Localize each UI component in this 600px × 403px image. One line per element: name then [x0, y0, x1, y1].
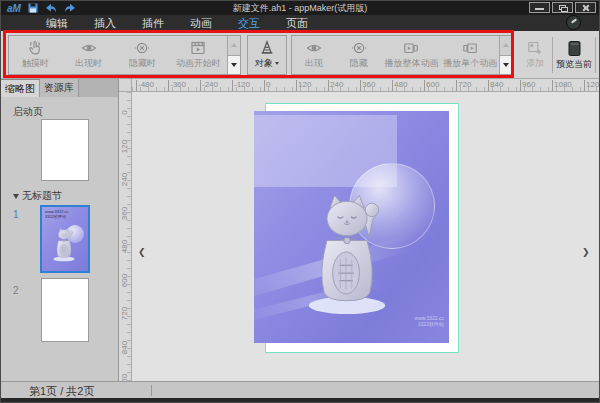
menu-tab-6[interactable]: 页面: [286, 16, 308, 31]
h-ruler-tick: 360: [360, 80, 375, 92]
cat-figurine-mini: [52, 225, 76, 263]
v-ruler-tick: 480: [120, 232, 129, 262]
startup-page-label: 启动页: [13, 105, 43, 119]
h-ruler-tick: 480: [392, 80, 407, 92]
poster-watermark: www.3322.cc3322软件站: [382, 315, 444, 327]
menu-tab-3[interactable]: 插件: [142, 16, 164, 31]
v-ruler-tick: 0: [120, 98, 129, 128]
menu-tab-2[interactable]: 插入: [94, 16, 116, 31]
close-button[interactable]: [575, 2, 596, 13]
group1-scroll-spinner: [227, 36, 240, 74]
page-1-thumbnail-image: www.3322.cc3322软件站: [42, 207, 88, 271]
arrow-down-icon: [231, 63, 237, 67]
window-controls: [529, 2, 596, 13]
ribbon-toolbar: 触摸时 出现时 隐藏时 动画开始时: [1, 31, 599, 79]
on-hide-button[interactable]: 隐藏时: [116, 36, 170, 74]
film-single-icon: [462, 40, 478, 56]
clapperboard-icon: [190, 40, 206, 56]
page-2-thumbnail[interactable]: [41, 278, 89, 342]
app-logo: aM: [7, 3, 21, 14]
window-bottom-edge: [1, 398, 599, 403]
window-title: 新建文件.ah1 - appMaker(试用版): [1, 2, 599, 15]
eye-icon: [306, 40, 322, 56]
h-ruler-tick: 600: [424, 80, 439, 92]
play-all-animation-button[interactable]: 播放整体动画: [382, 36, 442, 74]
minimize-icon: [535, 8, 544, 10]
h-ruler-tick: 840: [488, 80, 503, 92]
v-ruler-tick: 120: [120, 131, 129, 161]
status-bar: 第1页 / 共2页: [1, 381, 599, 398]
h-ruler-tick: 0: [264, 80, 270, 92]
tab-thumbnails[interactable]: 缩略图: [1, 79, 40, 97]
ruler-corner: [119, 79, 132, 92]
page-indicator: 第1页 / 共2页: [29, 384, 94, 399]
device-preview-icon: [566, 40, 583, 57]
menu-tab-1[interactable]: 编辑: [46, 16, 68, 31]
status-separator: [151, 385, 152, 396]
h-ruler-tick: -480: [136, 80, 154, 92]
restore-button[interactable]: [552, 2, 573, 13]
eye-hidden-icon: [351, 40, 367, 56]
film-icon: [403, 40, 419, 56]
v-ruler-tick: 720: [120, 299, 129, 329]
h-ruler-tick: 120: [296, 80, 311, 92]
play-single-animation-button[interactable]: 播放单个动画: [441, 36, 499, 74]
canvas-area: -480-360-240-120012024036048060072084096…: [119, 79, 600, 381]
h-ruler-tick: -240: [200, 80, 218, 92]
on-animation-start-button[interactable]: 动画开始时: [169, 36, 227, 74]
sidebar: 缩略图 资源库 启动页 无标题节 1 www.3322.cc3322软件站 2: [1, 79, 119, 381]
collapse-left-arrow[interactable]: ❮: [138, 247, 146, 257]
menu-tab-4[interactable]: 动画: [190, 16, 212, 31]
h-ruler-tick: -360: [168, 80, 186, 92]
title-bar: aM 新建文件.ah1 - appMaker(试用版): [1, 1, 599, 15]
cone-icon: [259, 40, 275, 56]
arrow-up-icon: [231, 43, 237, 47]
page-1-thumbnail[interactable]: www.3322.cc3322软件站: [40, 205, 90, 273]
preview-current-button[interactable]: 预览当前: [555, 35, 593, 75]
scroll-up-button[interactable]: [228, 36, 240, 55]
action-group: 出现 隐藏 播放整体动画 播放单个动画: [291, 35, 513, 75]
appear-action-button[interactable]: 出现: [292, 36, 336, 74]
touch-icon: [27, 40, 43, 56]
trigger-event-group: 触摸时 出现时 隐藏时 动画开始时: [8, 35, 241, 75]
page-number: 1: [13, 209, 19, 220]
menu-tab-5[interactable]: 交互: [238, 16, 260, 31]
on-touch-button[interactable]: 触摸时: [9, 36, 62, 74]
collapse-right-arrow[interactable]: ❯: [582, 247, 590, 257]
object-panel: 对象: [247, 35, 287, 75]
h-ruler-tick: 960: [520, 80, 535, 92]
eye-icon: [81, 40, 97, 56]
v-ruler-tick: 600: [120, 265, 129, 295]
tab-resource-library[interactable]: 资源库: [40, 79, 79, 97]
arrow-up-icon: [503, 43, 509, 47]
poster-image[interactable]: www.3322.cc3322软件站: [254, 111, 449, 343]
arrow-down-icon: [503, 63, 509, 67]
h-ruler-tick: 1200: [584, 80, 600, 92]
appmaker-logo-icon[interactable]: [566, 15, 581, 30]
page-number: 2: [13, 285, 19, 296]
h-ruler-tick: 240: [328, 80, 343, 92]
object-dropdown-button[interactable]: 对象: [248, 36, 286, 74]
h-ruler-tick: -120: [232, 80, 250, 92]
startup-page-thumbnail[interactable]: [41, 119, 89, 181]
hide-action-button[interactable]: 隐藏: [336, 36, 382, 74]
scroll-down-button[interactable]: [500, 55, 512, 75]
h-ruler: -480-360-240-120012024036048060072084096…: [132, 79, 600, 92]
appmaker-window: aM 新建文件.ah1 - appMaker(试用版) 编辑插入插件动画交互页面: [0, 0, 600, 403]
scroll-up-button[interactable]: [500, 36, 512, 55]
collapse-triangle-icon: [13, 194, 19, 199]
add-asset-icon: [527, 40, 543, 56]
eye-hidden-icon: [134, 40, 150, 56]
on-appear-button[interactable]: 出现时: [62, 36, 116, 74]
section-header[interactable]: 无标题节: [13, 189, 62, 203]
h-ruler-tick: 720: [456, 80, 471, 92]
h-ruler-tick: 1080: [552, 80, 572, 92]
minimize-button[interactable]: [529, 2, 550, 13]
sidebar-tabs: 缩略图 资源库: [1, 79, 118, 97]
dropdown-arrow-icon: [275, 62, 279, 65]
add-button[interactable]: 添加: [520, 35, 550, 75]
toolbar-separator: [552, 37, 553, 73]
v-ruler: 0120240360480600720840960: [119, 92, 132, 381]
group2-scroll-spinner: [499, 36, 512, 74]
scroll-down-button[interactable]: [228, 55, 240, 75]
